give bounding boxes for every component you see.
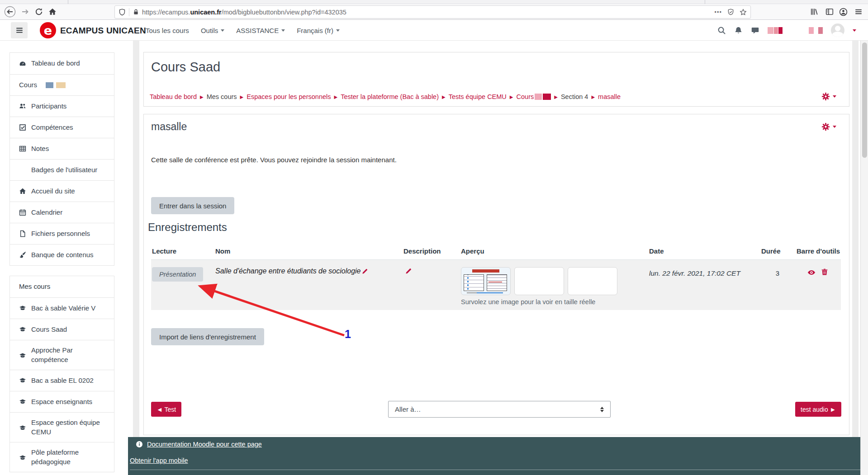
file-icon <box>19 230 26 237</box>
nav-item-tous-les-cours[interactable]: Tous les cours <box>146 27 189 34</box>
sidebar-item-banque[interactable]: Banque de contenus <box>10 244 114 265</box>
duration-cell: 3 <box>760 260 796 310</box>
nav-drawer-toggle[interactable] <box>11 22 28 38</box>
sidebar-item-cours[interactable]: Cours <box>10 74 114 95</box>
col-header-date: Date <box>648 245 760 260</box>
browser-chrome: https://ecampus.unicaen.fr/mod/bigbluebu… <box>0 0 868 20</box>
slide-banner <box>472 269 499 273</box>
redaction-block <box>535 94 542 100</box>
scrollbar[interactable] <box>860 41 868 475</box>
redaction-block <box>768 27 773 34</box>
graduation-cap-icon <box>19 398 26 405</box>
page-settings-menu[interactable] <box>821 92 836 101</box>
mobile-app-link[interactable]: Obtenir l'app mobile <box>130 457 188 464</box>
trash-icon[interactable] <box>821 268 828 277</box>
breadcrumb: Tableau de bord ▶ Mes cours ▶ Espaces po… <box>150 93 621 100</box>
account-icon[interactable] <box>837 5 849 18</box>
table-row: Présentation Salle d'échange entre étudi… <box>151 260 841 310</box>
nav-item-outils[interactable]: Outils <box>201 27 224 34</box>
eye-icon[interactable] <box>807 268 816 277</box>
prev-activity-button[interactable]: ◄ Test <box>151 402 181 417</box>
url-text[interactable]: https://ecampus.unicaen.fr/mod/bigbluebu… <box>142 9 714 16</box>
browser-menu-icon[interactable] <box>852 5 865 18</box>
description-cell <box>403 260 460 310</box>
presentation-button[interactable]: Présentation <box>152 267 203 282</box>
page-actions-icon[interactable]: ⋯ <box>714 8 722 16</box>
import-recordings-button[interactable]: Import de liens d'enregistrement <box>151 328 264 345</box>
jump-to-select[interactable]: Aller à… <box>388 401 611 418</box>
breadcrumb-link[interactable]: masalle <box>598 93 621 100</box>
brand-title[interactable]: ECAMPUS UNICAEN <box>60 26 146 36</box>
tab-strip[interactable] <box>0 0 868 4</box>
slide-thumbnail[interactable] <box>461 267 511 295</box>
url-bar[interactable]: https://ecampus.unicaen.fr/mod/bigbluebu… <box>114 5 751 19</box>
breadcrumb-text: Section 4 <box>561 93 588 100</box>
bookmark-star-icon[interactable] <box>740 9 747 16</box>
recordings-heading: Enregistrements <box>148 221 227 234</box>
reload-button[interactable] <box>33 5 45 18</box>
empty-thumbnail <box>514 267 564 295</box>
breadcrumb-link[interactable]: Tester la plateforme (Bac à sable) <box>341 93 439 100</box>
sidebar-item-fichiers[interactable]: Fichiers personnels <box>10 223 114 244</box>
sidebar-item-notes[interactable]: Notes <box>10 138 114 159</box>
next-activity-button[interactable]: test audio ► <box>795 402 841 417</box>
sidebar-course-approche[interactable]: Approche Par compétence <box>10 340 114 370</box>
sidebar-course-espace-enseignants[interactable]: Espace enseignants <box>10 391 114 412</box>
breadcrumb-link[interactable]: Cours <box>517 93 551 100</box>
forward-button[interactable] <box>19 5 32 18</box>
sidebar-course-espace-gestion[interactable]: Espace gestion équipe CEMU <box>10 412 114 442</box>
sidebar-item-badges[interactable]: Badges de l'utilisateur <box>10 159 114 180</box>
lock-icon[interactable] <box>133 9 139 15</box>
join-session-button[interactable]: Entrer dans la session <box>151 197 234 214</box>
home-icon <box>19 188 26 195</box>
sidebar-toggle-icon[interactable] <box>823 5 836 18</box>
table-header-row: Lecture Nom Description Aperçu Date Duré… <box>151 245 841 260</box>
sidebar-item-calendrier[interactable]: Calendrier <box>10 202 114 223</box>
nav-item-assistance[interactable]: ASSISTANCE <box>236 27 285 34</box>
scrollbar-thumb[interactable] <box>862 42 867 158</box>
nav-menu: Tous les cours Outils ASSISTANCE Françai… <box>146 20 340 41</box>
breadcrumb-text: Mes cours <box>207 93 237 100</box>
recording-name: Salle d'échange entre étudiants de socio… <box>215 267 361 275</box>
breadcrumb-link[interactable]: Espaces pour les personnels <box>247 93 331 100</box>
tracking-shield-icon[interactable] <box>119 9 126 16</box>
breadcrumb-separator-icon: ▶ <box>240 94 244 99</box>
sidebar-item-tableau-de-bord[interactable]: Tableau de bord <box>10 53 114 74</box>
activity-settings-menu[interactable] <box>821 122 836 131</box>
sidebar-header-mes-cours: Mes cours <box>10 276 114 297</box>
page-header-card: Cours Saad Tableau de bord ▶ Mes cours ▶… <box>143 52 849 107</box>
back-button[interactable] <box>4 5 16 18</box>
search-icon[interactable] <box>717 26 726 35</box>
bell-icon[interactable] <box>734 26 743 35</box>
library-icon[interactable] <box>808 5 821 18</box>
unicaen-logo[interactable]: e <box>40 22 56 38</box>
tab-separator <box>705 0 705 4</box>
avatar[interactable] <box>831 24 844 37</box>
breadcrumb-link[interactable]: Tableau de bord <box>150 93 197 100</box>
graduation-cap-icon <box>19 352 26 359</box>
messages-icon[interactable] <box>751 26 759 35</box>
user-menu-chevron-icon[interactable] <box>853 29 856 32</box>
sidebar-group-mes-cours: Mes cours Bac à sable Valérie V Cours Sa… <box>9 276 114 472</box>
sidebar-item-accueil[interactable]: Accueil du site <box>10 180 114 202</box>
chevron-down-icon <box>833 95 836 98</box>
permissions-shield-icon[interactable] <box>727 9 734 15</box>
playback-cell: Présentation <box>151 260 214 310</box>
chevron-down-icon <box>833 126 836 128</box>
brush-icon <box>19 251 26 259</box>
tools-cell <box>796 260 841 310</box>
sidebar-course-bac-a-sable-el[interactable]: Bac a sable EL 0202 <box>10 370 114 391</box>
edit-description-pencil-icon[interactable] <box>405 268 412 274</box>
moodle-docs-link[interactable]: Documentation Moodle pour cette page <box>147 441 262 448</box>
browser-home-button[interactable] <box>46 5 59 18</box>
nav-item-langue[interactable]: Français (fr) <box>297 27 340 34</box>
edit-name-pencil-icon[interactable] <box>362 268 368 274</box>
sidebar-course-pole-plateforme[interactable]: Pôle plateforme pédagogique <box>10 442 114 472</box>
sidebar-course-bac-a-sable-valerie[interactable]: Bac à sable Valérie V <box>10 297 114 319</box>
breadcrumb-separator-icon: ▶ <box>510 94 513 99</box>
breadcrumb-link[interactable]: Tests équipe CEMU <box>449 93 507 100</box>
sidebar-course-cours-saad[interactable]: Cours Saad <box>10 319 114 340</box>
sidebar-item-participants[interactable]: Participants <box>10 95 114 117</box>
sidebar-item-competences[interactable]: Compétences <box>10 117 114 138</box>
calendar-icon <box>19 209 26 216</box>
